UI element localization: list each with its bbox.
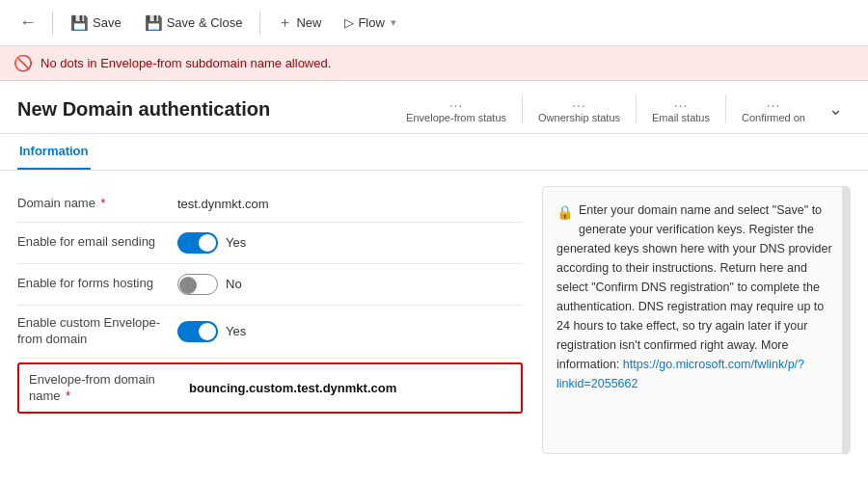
value-forms-hosting: No [177, 274, 523, 295]
label-domain-name: Domain name * [17, 196, 162, 212]
value-envelope-from: Yes [177, 321, 523, 342]
form-row-envelope-domain-name: Envelope-from domain name * bouncing.cus… [17, 362, 523, 415]
ownership-dots: ... [572, 94, 586, 110]
separator2 [259, 12, 260, 35]
toggle-label-envelope: Yes [226, 324, 246, 338]
info-panel-text: Enter your domain name and select "Save"… [556, 203, 832, 390]
required-star: * [101, 197, 106, 210]
status-bar: ... Envelope-from status ... Ownership s… [391, 94, 851, 123]
status-envelope-from: ... Envelope-from status [391, 94, 523, 123]
ownership-label: Ownership status [538, 112, 620, 123]
save-close-label: Save & Close [167, 15, 243, 30]
lock-icon: 🔒 [556, 201, 573, 223]
new-label: New [296, 15, 321, 30]
envelope-from-label: Envelope-from status [406, 112, 506, 123]
error-banner: 🚫 No dots in Envelope-from subdomain nam… [0, 46, 868, 81]
form-row-domain-name: Domain name * test.dynmkt.com [17, 186, 523, 223]
scrollbar[interactable] [842, 187, 850, 453]
new-button[interactable]: ＋ New [268, 9, 331, 37]
status-ownership: ... Ownership status [523, 94, 637, 123]
value-envelope-domain-name[interactable]: bouncing.custom.test.dynmkt.com [189, 381, 511, 395]
status-email: ... Email status [637, 94, 726, 123]
flow-button[interactable]: ▷ Flow ▾ [335, 11, 405, 35]
email-dots: ... [674, 94, 689, 110]
new-icon: ＋ [278, 13, 292, 32]
tabs: Information [0, 134, 868, 171]
tab-information[interactable]: Information [17, 134, 91, 170]
label-forms-hosting: Enable for forms hosting [17, 276, 162, 292]
toolbar: ← 💾 Save 💾 Save & Close ＋ New ▷ Flow ▾ [0, 0, 868, 46]
separator [52, 12, 53, 35]
info-panel: 🔒 Enter your domain name and select "Sav… [542, 186, 851, 454]
form-row-forms-hosting: Enable for forms hosting No [17, 264, 523, 306]
save-label: Save [93, 15, 122, 30]
save-close-icon: 💾 [145, 14, 163, 32]
save-close-button[interactable]: 💾 Save & Close [135, 10, 253, 37]
status-confirmed: ... Confirmed on [726, 94, 821, 123]
email-label: Email status [652, 112, 710, 123]
required-star2: * [66, 389, 70, 403]
page-header: New Domain authentication ... Envelope-f… [0, 81, 868, 134]
value-email-sending: Yes [177, 232, 523, 254]
status-chevron-button[interactable]: ⌄ [821, 94, 851, 123]
label-email-sending: Enable for email sending [17, 234, 162, 251]
flow-icon: ▷ [344, 15, 354, 30]
toggle-label-forms: No [226, 277, 242, 291]
content-area: Domain name * test.dynmkt.com Enable for… [0, 171, 868, 469]
toggle-email-sending[interactable] [177, 232, 218, 254]
info-link[interactable]: https://go.microsoft.com/fwlink/p/?linki… [556, 358, 804, 390]
error-message: No dots in Envelope-from subdomain name … [41, 56, 331, 70]
form-section: Domain name * test.dynmkt.com Enable for… [17, 186, 523, 454]
flow-chevron-icon: ▾ [391, 16, 396, 29]
error-icon: 🚫 [14, 54, 33, 72]
save-button[interactable]: 💾 Save [61, 10, 131, 37]
confirmed-label: Confirmed on [742, 112, 805, 123]
toggle-thumb-forms [179, 277, 197, 294]
toggle-thumb-email [199, 234, 216, 252]
label-envelope-from: Enable custom Envelope-from domain [17, 315, 162, 348]
form-row-envelope-from: Enable custom Envelope-from domain Yes [17, 306, 523, 359]
value-domain-name[interactable]: test.dynmkt.com [177, 197, 523, 211]
envelope-from-dots: ... [449, 94, 464, 110]
page-title: New Domain authentication [17, 98, 270, 120]
toggle-label-email: Yes [226, 235, 246, 250]
form-row-email-sending: Enable for email sending Yes [17, 223, 523, 264]
label-envelope-domain-name: Envelope-from domain name * [29, 372, 174, 405]
toggle-envelope-from[interactable] [177, 321, 218, 342]
confirmed-dots: ... [767, 94, 781, 110]
toggle-thumb-envelope [199, 323, 216, 340]
back-button[interactable]: ← [12, 8, 44, 38]
save-icon: 💾 [70, 14, 89, 32]
flow-label: Flow [358, 15, 384, 30]
toggle-forms-hosting[interactable] [177, 274, 218, 295]
